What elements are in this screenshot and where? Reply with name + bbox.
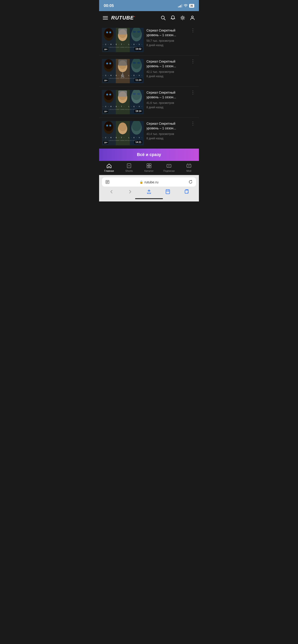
svg-point-21 [109, 62, 111, 64]
thumbnail-3[interactable]: S · E · C · R · E · T · L · E · V · E · … [102, 90, 144, 114]
browser-chrome: 🔒 rutube.ru [99, 175, 199, 197]
nav-item-home[interactable]: Главная [99, 163, 119, 172]
svg-point-1 [182, 17, 184, 19]
video-meta-3: 41,6 тыс. просмотров 8 дней назад [146, 101, 187, 110]
tabs-button[interactable] [184, 189, 189, 194]
reload-icon[interactable] [188, 180, 193, 184]
bottom-nav: Главная Shorts Каталог Подписки Моё [99, 161, 199, 175]
video-title-3: Сериал Секретный уровень – 1 сезон... [146, 90, 187, 100]
thumbnail-4[interactable]: S · E · C · R · E · T · L · E · V · E · … [102, 121, 144, 145]
header-left: RUTUBE [103, 15, 134, 21]
nav-item-subscriptions[interactable]: Подписки [159, 163, 179, 172]
video-item[interactable]: S · E · C · R · E · T · L · E · V · E · … [99, 87, 199, 118]
address-bar[interactable]: 🔒 rutube.ru [102, 177, 196, 186]
nav-item-shorts[interactable]: Shorts [119, 163, 139, 172]
back-button[interactable] [109, 189, 114, 194]
video-info-2: Сериал Секретный уровень – 1 сезон... 42… [146, 59, 187, 79]
brightness-icon[interactable] [180, 15, 185, 21]
profile-icon[interactable] [190, 15, 195, 21]
video-more-button-2[interactable]: ⋮ [190, 58, 196, 64]
video-info-3: Сериал Секретный уровень – 1 сезон... 41… [146, 90, 187, 110]
video-title-1: Сериал Секретный уровень – 1 сезон... [146, 28, 187, 37]
svg-point-29 [133, 62, 136, 64]
bookmarks-button[interactable] [165, 189, 171, 194]
svg-rect-61 [149, 166, 151, 168]
notification-icon[interactable] [170, 15, 176, 21]
video-list: S · E · C · R · E · T · L · E · V · E · … [99, 24, 199, 148]
video-item[interactable]: S · E · C · R · E · T · L · E · V · E · … [99, 24, 199, 56]
svg-rect-58 [147, 164, 149, 166]
svg-point-15 [133, 31, 136, 33]
age-badge: 18+ [103, 79, 108, 82]
forward-button[interactable] [127, 189, 133, 194]
nav-label-my: Моё [186, 170, 191, 172]
battery-indicator: 35 [189, 4, 194, 8]
rutube-logo[interactable]: RUTUBE [111, 15, 134, 21]
duration-badge-1: 19:02 [134, 47, 142, 51]
age-badge: 18+ [103, 110, 108, 113]
reader-icon[interactable] [105, 180, 110, 184]
video-title-2: Сериал Секретный уровень – 1 сезон... [146, 59, 187, 68]
home-icon [106, 163, 112, 168]
svg-point-20 [106, 62, 108, 64]
status-icons: 35 [178, 4, 194, 8]
promo-banner[interactable]: Всё и сразу [99, 148, 199, 161]
url-display[interactable]: 🔒 rutube.ru [112, 180, 186, 184]
nav-label-catalog: Каталог [144, 170, 154, 172]
shorts-icon [126, 163, 132, 168]
video-item[interactable]: S · E · C · R · E · T · L · E · V · E · … [99, 56, 199, 87]
video-meta-1: 59,7 тыс. просмотров 8 дней назад [146, 39, 187, 48]
svg-point-7 [109, 32, 111, 34]
nav-label-home: Главная [104, 170, 114, 172]
video-more-button-4[interactable]: ⋮ [190, 120, 196, 126]
home-indicator-bar [135, 198, 163, 199]
svg-point-52 [119, 123, 127, 131]
svg-point-16 [137, 31, 140, 33]
promo-label: Всё и сразу [137, 152, 161, 157]
catalog-icon [146, 163, 152, 168]
svg-point-6 [106, 32, 108, 34]
nav-item-catalog[interactable]: Каталог [139, 163, 159, 172]
svg-point-19 [104, 59, 113, 69]
share-button[interactable] [146, 189, 152, 194]
video-more-button-3[interactable]: ⋮ [190, 90, 196, 95]
svg-marker-65 [188, 165, 190, 166]
svg-point-48 [106, 125, 108, 126]
svg-point-47 [104, 121, 113, 131]
svg-rect-39 [118, 91, 127, 97]
svg-point-44 [137, 93, 140, 95]
header: RUTUBE [99, 11, 199, 24]
video-item[interactable]: S · E · C · R · E · T · L · E · V · E · … [99, 118, 199, 148]
svg-point-5 [104, 28, 113, 38]
header-right [160, 15, 195, 21]
duration-badge-4: 14:21 [134, 140, 142, 144]
signal-icon [178, 4, 182, 8]
thumbnail-2[interactable]: S · E · C · R · E · T · L · E · V · E · … [102, 59, 144, 83]
svg-marker-63 [168, 165, 170, 166]
svg-point-35 [109, 94, 111, 96]
video-meta-4: 43,4 тыс. просмотров 8 дней назад [146, 132, 187, 141]
wifi-icon [184, 4, 188, 8]
video-info-4: Сериал Секретный уровень – 1 сезон... 43… [146, 121, 187, 141]
svg-rect-11 [118, 28, 127, 35]
duration-badge-2: 11:24 [134, 78, 142, 82]
thumbnail-1[interactable]: S · E · C · R · E · T · L · E · V · E · … [102, 28, 144, 52]
svg-point-43 [133, 93, 136, 95]
svg-point-34 [106, 94, 108, 96]
age-badge: 18+ [103, 141, 108, 144]
search-icon[interactable] [160, 15, 166, 21]
status-time: 00:05 [104, 4, 114, 8]
menu-button[interactable] [103, 16, 108, 20]
video-meta-2: 42,1 тыс. просмотров 8 дней назад [146, 70, 187, 78]
svg-rect-59 [149, 164, 151, 166]
age-badge: 18+ [103, 48, 108, 51]
nav-label-shorts: Shorts [125, 170, 133, 172]
nav-item-my[interactable]: Моё [179, 163, 199, 172]
status-bar: 00:05 35 [99, 0, 199, 11]
my-icon [186, 163, 192, 168]
svg-point-49 [109, 125, 111, 126]
svg-point-2 [191, 16, 193, 18]
url-text: rutube.ru [144, 180, 158, 184]
video-title-4: Сериал Секретный уровень – 1 сезон... [146, 122, 187, 130]
video-more-button-1[interactable]: ⋮ [190, 27, 196, 33]
